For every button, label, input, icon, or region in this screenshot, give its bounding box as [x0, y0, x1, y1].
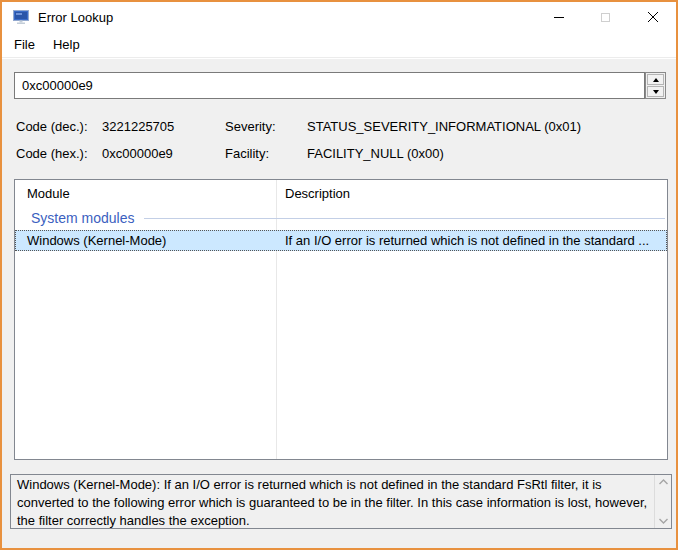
listview-header: Module Description: [15, 180, 667, 206]
group-header-label: System modules: [31, 210, 134, 226]
code-hex-value: 0xc00000e9: [102, 147, 225, 161]
down-arrow-icon: [653, 90, 659, 94]
spin-down-button[interactable]: [647, 86, 664, 97]
menu-file[interactable]: File: [5, 33, 44, 56]
column-header-description[interactable]: Description: [276, 186, 667, 201]
app-monitor-icon: [13, 9, 29, 25]
results-listview[interactable]: Module Description System modules Window…: [14, 179, 668, 460]
group-header-system-modules[interactable]: System modules: [15, 206, 667, 230]
severity-value: STATUS_SEVERITY_INFORMATIONAL (0x01): [307, 120, 581, 134]
minimize-icon: [554, 17, 564, 18]
detail-box: Windows (Kernel-Mode): If an I/O error i…: [10, 474, 672, 529]
up-arrow-icon: [653, 78, 659, 82]
close-icon: [647, 11, 659, 23]
window-title: Error Lookup: [38, 10, 113, 25]
window-caption-buttons: [535, 2, 676, 32]
group-header-line: [144, 218, 665, 219]
result-description-cell: If an I/O error is returned which is not…: [276, 233, 667, 248]
column-header-module[interactable]: Module: [15, 186, 276, 201]
code-spinner: [645, 72, 666, 99]
code-dec-label: Code (dec.):: [16, 120, 102, 134]
minimize-button[interactable]: [535, 2, 582, 32]
code-info-panel: Code (dec.): 3221225705 Severity: STATUS…: [16, 120, 581, 161]
close-button[interactable]: [629, 2, 676, 32]
scroll-down-icon[interactable]: [659, 518, 668, 524]
client-area: Code (dec.): 3221225705 Severity: STATUS…: [2, 59, 676, 548]
maximize-button: [582, 2, 629, 32]
scroll-up-icon[interactable]: [659, 479, 668, 485]
error-code-input[interactable]: [14, 72, 645, 99]
title-bar[interactable]: Error Lookup: [2, 2, 676, 32]
spin-up-button[interactable]: [647, 74, 664, 85]
facility-label: Facility:: [225, 147, 307, 161]
menu-help[interactable]: Help: [44, 33, 89, 56]
facility-value: FACILITY_NULL (0x00): [307, 147, 581, 161]
result-module-cell: Windows (Kernel-Mode): [15, 233, 276, 248]
column-separator: [276, 180, 277, 459]
error-lookup-window: Error Lookup File Help: [0, 0, 678, 550]
code-hex-label: Code (hex.):: [16, 147, 102, 161]
severity-label: Severity:: [225, 120, 307, 134]
maximize-icon: [601, 13, 610, 22]
menu-bar: File Help: [2, 32, 676, 58]
code-dec-value: 3221225705: [102, 120, 225, 134]
detail-scrollbar[interactable]: [654, 475, 671, 528]
result-row-selected[interactable]: Windows (Kernel-Mode) If an I/O error is…: [15, 230, 667, 251]
detail-text[interactable]: Windows (Kernel-Mode): If an I/O error i…: [11, 475, 654, 528]
